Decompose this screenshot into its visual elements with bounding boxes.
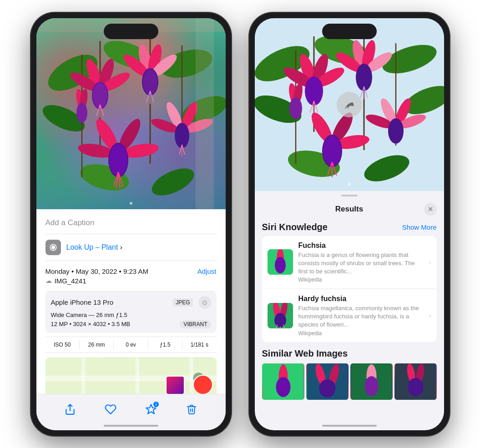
svg-point-26 bbox=[143, 69, 157, 95]
info-button[interactable]: i bbox=[141, 399, 161, 419]
svg-point-117 bbox=[276, 377, 290, 397]
exif-iso: ISO 50 bbox=[45, 340, 80, 350]
similar-img-1[interactable] bbox=[262, 363, 304, 400]
knowledge-info-1: Fuchsia Fuchsia is a genus of flowering … bbox=[298, 242, 424, 283]
knowledge-title-1: Fuchsia bbox=[298, 242, 424, 250]
date-section: Monday • May 30, 2022 • 9:23 AM Adjust ☁… bbox=[45, 261, 217, 292]
svg-point-124 bbox=[364, 376, 378, 396]
home-indicator bbox=[104, 425, 158, 427]
page-dot-2 bbox=[348, 183, 351, 186]
trash-icon bbox=[186, 403, 197, 415]
fuchsia-thumb-2 bbox=[268, 303, 293, 328]
similar-images-row bbox=[262, 363, 437, 400]
knowledge-source-2: Wikipedia bbox=[298, 330, 424, 337]
svg-point-128 bbox=[408, 378, 423, 396]
siri-knowledge-header: Siri Knowledge Show More bbox=[255, 220, 444, 236]
date-text: Monday • May 30, 2022 • 9:23 AM bbox=[45, 267, 148, 275]
siri-knowledge-title: Siri Knowledge bbox=[262, 222, 328, 232]
knowledge-desc-1: Fuchsia is a genus of flowering plants t… bbox=[298, 251, 424, 276]
phone-1: Add a Caption Look Up – Plant › bbox=[31, 13, 231, 436]
delete-button[interactable] bbox=[182, 399, 202, 419]
fuchsia-thumb-1 bbox=[268, 249, 293, 275]
close-button[interactable]: ✕ bbox=[424, 203, 437, 216]
map-svg bbox=[45, 357, 217, 394]
svg-point-107 bbox=[275, 257, 286, 273]
location-button[interactable]: ⊙ bbox=[198, 296, 211, 309]
svg-rect-56 bbox=[135, 357, 139, 394]
info-badge: i bbox=[153, 401, 159, 408]
similar-img-3[interactable] bbox=[350, 363, 393, 400]
map-photo-thumb bbox=[166, 376, 185, 394]
home-indicator-2 bbox=[322, 425, 377, 427]
visual-lookup-icon bbox=[45, 240, 61, 255]
chevron-2: › bbox=[429, 312, 431, 319]
results-header: Results ✕ bbox=[255, 200, 444, 220]
jpeg-badge: JPEG bbox=[173, 298, 192, 307]
photo-area[interactable] bbox=[36, 18, 226, 209]
knowledge-source-1: Wikipedia bbox=[298, 277, 424, 283]
lookup-row[interactable]: Look Up – Plant › bbox=[45, 234, 217, 261]
lookup-label: Look Up – Plant › bbox=[66, 243, 123, 252]
heart-icon bbox=[105, 403, 116, 415]
chevron-1: › bbox=[429, 258, 431, 266]
knowledge-item-fuchsia[interactable]: Fuchsia Fuchsia is a genus of flowering … bbox=[262, 236, 437, 289]
favorite-button[interactable] bbox=[101, 399, 121, 419]
svg-rect-57 bbox=[189, 357, 193, 394]
svg-point-32 bbox=[76, 103, 87, 123]
results-title: Results bbox=[275, 205, 424, 214]
similar-title: Similar Web Images bbox=[262, 348, 437, 359]
visual-lookup-button[interactable] bbox=[337, 92, 362, 117]
exif-aperture: ƒ1.5 bbox=[148, 340, 182, 350]
svg-point-46 bbox=[109, 144, 127, 176]
similar-section: Similar Web Images bbox=[255, 347, 444, 403]
svg-point-101 bbox=[323, 136, 341, 166]
leaf-icon bbox=[343, 98, 356, 111]
phone-2: Results ✕ Siri Knowledge Show More bbox=[249, 13, 450, 436]
fuchsia-thumb-svg-1 bbox=[268, 249, 293, 275]
similar-img-2[interactable] bbox=[306, 363, 349, 400]
photo-area-2[interactable] bbox=[255, 18, 444, 191]
caption-placeholder[interactable]: Add a Caption bbox=[45, 216, 217, 234]
dynamic-island bbox=[104, 24, 158, 39]
svg-point-17 bbox=[93, 83, 107, 108]
page-dot bbox=[130, 202, 132, 205]
drag-handle[interactable] bbox=[341, 195, 358, 196]
exif-focal: 26 mm bbox=[80, 340, 114, 350]
knowledge-title-2: Hardy fuchsia bbox=[298, 295, 424, 303]
knowledge-desc-2: Fuchsia magellanica, commonly known as t… bbox=[298, 304, 424, 329]
mp-spec: 12 MP • 3024 × 4032 • 3.5 MB bbox=[51, 321, 131, 327]
exif-ev: 0 ev bbox=[114, 340, 148, 350]
exif-shutter: 1/181 s bbox=[182, 340, 216, 350]
results-panel: Results ✕ Siri Knowledge Show More bbox=[255, 191, 444, 403]
dynamic-island-2 bbox=[322, 24, 377, 39]
knowledge-info-2: Hardy fuchsia Fuchsia magellanica, commo… bbox=[298, 295, 424, 337]
flower-image bbox=[36, 18, 226, 209]
camera-model: Apple iPhone 13 Pro bbox=[51, 298, 114, 306]
svg-point-96 bbox=[388, 118, 404, 144]
close-icon: ✕ bbox=[428, 206, 433, 213]
camera-info-card: Apple iPhone 13 Pro JPEG ⊙ Wide Camera —… bbox=[45, 292, 217, 333]
show-more-button[interactable]: Show More bbox=[402, 223, 437, 231]
adjust-button[interactable]: Adjust bbox=[197, 267, 217, 275]
svg-point-58 bbox=[193, 372, 204, 383]
svg-rect-52 bbox=[196, 18, 214, 209]
filename: IMG_4241 bbox=[55, 277, 86, 285]
camera-wide: Wide Camera — 26 mm ƒ1.5 bbox=[51, 312, 211, 318]
svg-point-37 bbox=[175, 123, 189, 148]
share-icon bbox=[64, 403, 76, 415]
knowledge-card: Fuchsia Fuchsia is a genus of flowering … bbox=[262, 236, 437, 342]
cloud-icon: ☁ bbox=[45, 277, 52, 284]
svg-point-121 bbox=[319, 379, 335, 398]
vibrant-badge: VIBRANT bbox=[180, 320, 211, 328]
knowledge-item-hardy[interactable]: Hardy fuchsia Fuchsia magellanica, commo… bbox=[262, 289, 437, 342]
exif-row: ISO 50 26 mm 0 ev ƒ1.5 1/181 s bbox=[45, 337, 217, 353]
similar-img-4[interactable] bbox=[394, 363, 437, 400]
share-button[interactable] bbox=[60, 399, 80, 419]
svg-point-111 bbox=[274, 313, 286, 327]
svg-rect-55 bbox=[81, 357, 85, 394]
fuchsia-thumb-svg-2 bbox=[268, 303, 293, 328]
svg-point-91 bbox=[289, 97, 302, 119]
location-icon: ⊙ bbox=[202, 299, 207, 306]
map-thumbnail[interactable] bbox=[45, 357, 217, 394]
